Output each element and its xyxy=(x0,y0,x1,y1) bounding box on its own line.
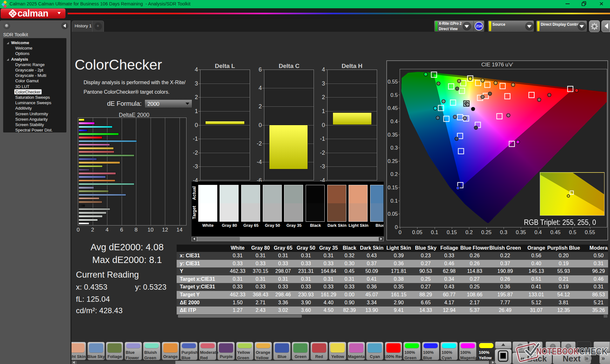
svg-text:CHECK: CHECK xyxy=(579,346,607,356)
svg-text:NOTEBOOK: NOTEBOOK xyxy=(536,346,579,356)
